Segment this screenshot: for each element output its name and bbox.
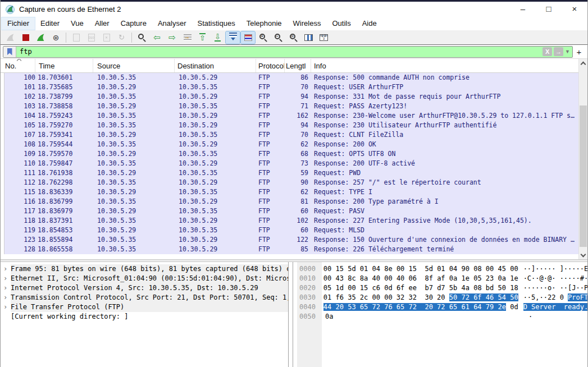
detail-row[interactable]: ›Ethernet II, Src: Microsoft_01:04:90 (0… [1, 274, 288, 283]
column-header-info[interactable]: Info [311, 59, 580, 72]
packet-row[interactable]: 11818.83739110.30.5.3510.30.5.29FTP102Re… [4, 216, 580, 226]
go-to-packet-button[interactable]: → [180, 31, 194, 44]
packet-row[interactable]: 11918.85485310.30.5.2910.30.5.35FTP60Req… [4, 226, 580, 235]
packet-row[interactable]: 10518.75927010.30.5.3510.30.5.29FTP94Res… [4, 121, 580, 130]
detail-row[interactable]: ›File Transfer Protocol (FTP) [1, 302, 288, 312]
column-header-time[interactable]: Time [35, 59, 93, 72]
menu-aller[interactable]: Aller [89, 17, 115, 30]
column-header-lengtl[interactable]: Lengtl [285, 59, 311, 72]
capture-options-button[interactable]: ⊛ [49, 31, 63, 44]
hex-bytes: 00 15 5d 01 04 8e 00 15 5d 01 04 90 08 0… [323, 264, 518, 274]
cell-len: 94 [285, 92, 311, 102]
go-back-button[interactable]: ⇦ [150, 31, 164, 44]
close-button[interactable]: × [562, 2, 587, 17]
column-header-destination[interactable]: Destination [175, 59, 256, 72]
packet-row[interactable]: 10018.70360110.30.5.3510.30.5.29FTP86Res… [4, 73, 580, 82]
packet-row[interactable]: 10118.73568510.30.5.2910.30.5.35FTP70Req… [4, 82, 580, 92]
packet-row[interactable]: 10318.73885810.30.5.2910.30.5.35FTP71Req… [4, 102, 580, 111]
menu-statistiques[interactable]: Statistiques [192, 17, 240, 30]
detail-row[interactable]: ›Transmission Control Protocol, Src Port… [1, 293, 288, 302]
detail-row[interactable]: [Current working directory: ] [1, 312, 288, 322]
stop-icon [22, 34, 29, 41]
zoom-in-button[interactable]: + [256, 31, 270, 44]
auto-scroll-toggle-button[interactable] [226, 31, 240, 44]
hex-bytes: 0a [325, 312, 523, 322]
packet-row[interactable]: 10718.75934110.30.5.2910.30.5.35FTP70Req… [4, 130, 580, 140]
packet-row[interactable]: 12818.86555810.30.5.3510.30.5.29FTP85Res… [4, 245, 580, 254]
packet-row[interactable]: 10418.75924310.30.5.3510.30.5.29FTP162Re… [4, 111, 580, 121]
filter-input[interactable]: ftp [16, 48, 543, 56]
column-header-source[interactable]: Source [93, 59, 175, 72]
hex-row[interactable]: 000000 15 5d 01 04 8e 00 15 5d 01 04 90 … [293, 264, 587, 274]
go-first-packet-button[interactable]: ⇧ [195, 31, 209, 44]
packet-row[interactable]: 11518.83633910.30.5.2910.30.5.35FTP62Req… [4, 187, 580, 197]
cell-len: 60 [285, 207, 311, 216]
cell-time: 18.738799 [35, 92, 93, 102]
packet-row[interactable]: 10918.75957010.30.5.2910.30.5.35FTP68Req… [4, 149, 580, 159]
detail-row[interactable]: ›Frame 95: 81 bytes on wire (648 bits), … [1, 264, 288, 274]
menu-analyser[interactable]: Analyser [152, 17, 192, 30]
vertical-splitter[interactable] [289, 262, 293, 367]
filter-dropdown-caret-icon[interactable]: ▼ [565, 49, 570, 54]
menu-fichier[interactable]: Fichier [2, 17, 35, 30]
save-icon: 010 [88, 34, 95, 42]
detail-row[interactable]: ›Internet Protocol Version 4, Src: 10.30… [1, 283, 288, 293]
packet-row[interactable]: 11118.76193810.30.5.2910.30.5.35FTP59Req… [4, 168, 580, 178]
scrollbar-thumb[interactable] [580, 105, 587, 247]
packet-row[interactable]: 11218.76229810.30.5.3510.30.5.29FTP90Res… [4, 178, 580, 187]
stop-capture-button[interactable] [19, 31, 33, 44]
expander-chevron-icon[interactable]: › [1, 283, 11, 293]
expander-chevron-icon[interactable]: › [1, 302, 11, 312]
expander-chevron-icon[interactable]: › [1, 293, 11, 302]
hex-row[interactable]: 003001 f6 35 2c 00 00 32 32 30 20 50 72 … [293, 293, 587, 302]
hex-row[interactable]: 00500a· [293, 312, 587, 322]
go-forward-button[interactable]: ⇨ [165, 31, 179, 44]
filter-apply-button[interactable]: → [554, 47, 563, 56]
go-last-packet-button[interactable]: ⇩ [211, 31, 225, 44]
zoom-out-button[interactable]: − [271, 31, 285, 44]
menu-capture[interactable]: Capture [115, 17, 152, 30]
menu-vue[interactable]: Vue [65, 17, 89, 30]
packet-row[interactable]: 10818.75954410.30.5.3510.30.5.29FTP62Res… [4, 140, 580, 149]
column-header-protocol[interactable]: Protocol [256, 59, 285, 72]
hex-row[interactable]: 002005 1d 00 15 c6 0d 6f ee b7 d7 5b 4a … [293, 283, 587, 293]
cell-info: Response: 227 Entering Passive Mode (10,… [311, 216, 577, 226]
resize-columns-button[interactable] [302, 31, 316, 44]
packet-row[interactable]: 11618.83679910.30.5.3510.30.5.29FTP81Res… [4, 197, 580, 207]
maximize-button[interactable]: □ [536, 2, 562, 17]
hex-row[interactable]: 001000 43 8c 8a 40 00 40 06 8f af 0a 1e … [293, 274, 587, 283]
packet-row[interactable]: 11718.83697910.30.5.2910.30.5.35FTP60Req… [4, 207, 580, 216]
cell-no: 100 [4, 73, 35, 82]
menu-outils[interactable]: Outils [326, 17, 356, 30]
column-header-no[interactable]: No. [1, 59, 35, 72]
menu-telephonie[interactable]: Telephonie [241, 17, 288, 30]
menu-aide[interactable]: Aide [357, 17, 382, 30]
hex-ascii: ·C··@·@· ·····#·· [523, 274, 587, 283]
colorize-toggle-button[interactable] [241, 31, 255, 44]
display-filter-field[interactable]: ftp X → ▼ [3, 46, 573, 58]
cell-dst: 10.30.5.35 [175, 130, 256, 140]
cell-dst: 10.30.5.29 [175, 197, 256, 207]
zoom-reset-button[interactable]: = [286, 31, 300, 44]
lens-equal-icon: = [289, 33, 298, 42]
auto-fit-columns-button[interactable]: 1 2 3 [317, 31, 331, 44]
expander-chevron-icon[interactable]: › [1, 264, 11, 274]
restart-capture-button[interactable] [34, 31, 48, 44]
filter-add-button[interactable]: + [573, 47, 585, 57]
cell-src: 10.30.5.35 [93, 197, 175, 207]
scroll-up-icon[interactable] [581, 62, 586, 67]
menu-wireless[interactable]: Wireless [288, 17, 327, 30]
filter-clear-button[interactable]: X [543, 47, 552, 56]
sort-ascending-icon [17, 59, 21, 63]
filter-bookmark-icon[interactable] [3, 47, 16, 57]
scroll-down-icon[interactable] [581, 252, 586, 258]
hex-row[interactable]: 004044 20 53 65 72 76 65 72 20 72 65 61 … [293, 302, 587, 312]
packet-row[interactable]: 11018.75984710.30.5.3510.30.5.29FTP73Res… [4, 159, 580, 168]
find-packet-button[interactable] [135, 31, 149, 44]
packet-list-scrollbar[interactable] [578, 59, 587, 259]
minimize-button[interactable]: – [510, 2, 536, 17]
packet-row[interactable]: 12318.85589410.30.5.3510.30.5.29FTP122Re… [4, 235, 580, 245]
expander-chevron-icon[interactable]: › [1, 274, 11, 283]
packet-row[interactable]: 10218.73879910.30.5.3510.30.5.29FTP94Res… [4, 92, 580, 102]
menu-editer[interactable]: Editer [35, 17, 65, 30]
